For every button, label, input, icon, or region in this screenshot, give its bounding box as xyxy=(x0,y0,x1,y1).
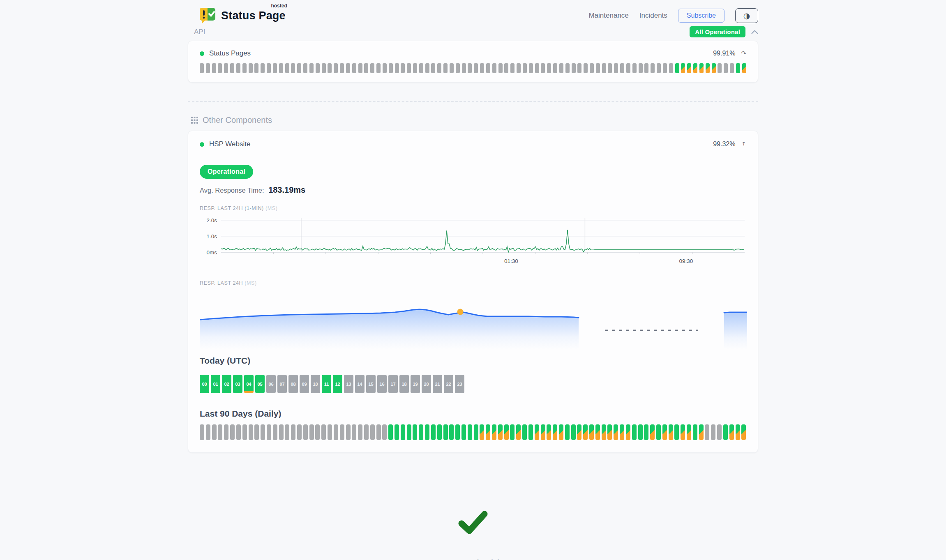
hour-block-11[interactable]: 11 xyxy=(322,375,331,393)
uptime-bar-gray[interactable] xyxy=(316,63,320,73)
uptime-bar-mixed[interactable] xyxy=(589,424,594,440)
uptime-bar-gray[interactable] xyxy=(303,63,307,73)
uptime-bar-mixed[interactable] xyxy=(504,424,509,440)
hour-block-20[interactable]: 20 xyxy=(422,375,431,393)
uptime-bar-gray[interactable] xyxy=(224,63,228,73)
uptime-bar-mixed[interactable] xyxy=(693,63,697,73)
uptime-bar-gray[interactable] xyxy=(212,424,217,440)
uptime-bar-gray[interactable] xyxy=(711,424,715,440)
uptime-bar-gray[interactable] xyxy=(389,63,393,73)
uptime-bar-mixed[interactable] xyxy=(712,63,716,73)
uptime-bar-gray[interactable] xyxy=(328,424,332,440)
uptime-bar-gray[interactable] xyxy=(322,63,326,73)
uptime-bar-green[interactable] xyxy=(401,424,405,440)
uptime-bar-gray[interactable] xyxy=(717,424,722,440)
uptime-bar-green[interactable] xyxy=(656,424,661,440)
uptime-bar-gray[interactable] xyxy=(620,63,624,73)
uptime-bar-green[interactable] xyxy=(425,424,429,440)
hour-block-19[interactable]: 19 xyxy=(411,375,420,393)
uptime-bar-gray[interactable] xyxy=(657,63,661,73)
uptime-bar-gray[interactable] xyxy=(254,63,258,73)
uptime-bar-gray[interactable] xyxy=(303,424,308,440)
uptime-bar-green[interactable] xyxy=(644,424,648,440)
hour-block-22[interactable]: 22 xyxy=(444,375,453,393)
hour-block-05[interactable]: 05 xyxy=(255,375,265,393)
uptime-bar-green[interactable] xyxy=(638,424,643,440)
uptime-bar-gray[interactable] xyxy=(249,424,253,440)
subscribe-button[interactable]: Subscribe xyxy=(678,9,724,23)
uptime-bar-gray[interactable] xyxy=(626,63,630,73)
uptime-bar-gray[interactable] xyxy=(242,424,247,440)
uptime-bar-gray[interactable] xyxy=(334,63,338,73)
uptime-bar-mixed[interactable] xyxy=(583,424,588,440)
uptime-bar-gray[interactable] xyxy=(364,63,368,73)
uptime-bar-green[interactable] xyxy=(675,63,679,73)
hour-block-09[interactable]: 09 xyxy=(300,375,309,393)
uptime-bar-mixed[interactable] xyxy=(535,424,539,440)
refresh-icon[interactable]: ↷ xyxy=(741,50,746,57)
uptime-bar-mixed[interactable] xyxy=(669,424,673,440)
uptime-bar-gray[interactable] xyxy=(584,63,588,73)
uptime-bar-green[interactable] xyxy=(449,424,454,440)
hour-block-18[interactable]: 18 xyxy=(399,375,409,393)
nav-incidents[interactable]: Incidents xyxy=(639,12,667,20)
uptime-bar-green[interactable] xyxy=(571,424,576,440)
uptime-bar-green[interactable] xyxy=(693,424,697,440)
uptime-bar-gray[interactable] xyxy=(358,424,362,440)
uptime-bar-gray[interactable] xyxy=(218,63,222,73)
uptime-bar-gray[interactable] xyxy=(352,424,356,440)
uptime-bar-gray[interactable] xyxy=(382,424,387,440)
uptime-bar-green[interactable] xyxy=(413,424,417,440)
uptime-bar-mixed[interactable] xyxy=(741,424,746,440)
uptime-bar-gray[interactable] xyxy=(724,63,728,73)
theme-toggle-button[interactable]: ◑ xyxy=(735,8,758,23)
uptime-bar-gray[interactable] xyxy=(309,63,314,73)
uptime-bar-gray[interactable] xyxy=(517,63,521,73)
uptime-bar-gray[interactable] xyxy=(669,63,673,73)
uptime-bar-mixed[interactable] xyxy=(577,424,581,440)
uptime-bar-gray[interactable] xyxy=(285,63,289,73)
uptime-bar-gray[interactable] xyxy=(651,63,655,73)
uptime-bar-green[interactable] xyxy=(461,424,466,440)
uptime-bar-gray[interactable] xyxy=(547,63,551,73)
uptime-bar-gray[interactable] xyxy=(437,63,441,73)
uptime-bar-green[interactable] xyxy=(522,424,527,440)
uptime-bar-gray[interactable] xyxy=(407,63,411,73)
uptime-bar-gray[interactable] xyxy=(425,63,429,73)
uptime-bar-gray[interactable] xyxy=(608,63,612,73)
uptime-bar-gray[interactable] xyxy=(376,63,381,73)
hour-block-01[interactable]: 01 xyxy=(211,375,220,393)
uptime-bar-gray[interactable] xyxy=(346,63,350,73)
uptime-bar-gray[interactable] xyxy=(596,63,600,73)
hour-block-08[interactable]: 08 xyxy=(288,375,298,393)
uptime-bar-green[interactable] xyxy=(723,424,728,440)
uptime-bar-gray[interactable] xyxy=(273,63,277,73)
uptime-bar-green[interactable] xyxy=(437,424,442,440)
uptime-bar-gray[interactable] xyxy=(242,63,247,73)
hour-block-13[interactable]: 13 xyxy=(344,375,353,393)
uptime-bar-gray[interactable] xyxy=(267,63,271,73)
uptime-bar-mixed[interactable] xyxy=(681,424,685,440)
uptime-bar-mixed[interactable] xyxy=(541,424,545,440)
uptime-bar-gray[interactable] xyxy=(200,63,204,73)
uptime-bar-mixed[interactable] xyxy=(547,424,551,440)
uptime-bar-gray[interactable] xyxy=(456,63,460,73)
uptime-bar-gray[interactable] xyxy=(249,63,253,73)
uptime-bar-gray[interactable] xyxy=(492,63,496,73)
uptime-bar-gray[interactable] xyxy=(291,63,295,73)
uptime-bar-gray[interactable] xyxy=(340,424,344,440)
uptime-bar-gray[interactable] xyxy=(663,63,667,73)
uptime-bar-mixed[interactable] xyxy=(498,424,503,440)
uptime-bar-mixed[interactable] xyxy=(699,424,704,440)
uptime-bar-gray[interactable] xyxy=(632,63,637,73)
uptime-bar-green[interactable] xyxy=(407,424,411,440)
uptime-bar-gray[interactable] xyxy=(474,63,478,73)
uptime-bar-gray[interactable] xyxy=(321,424,326,440)
uptime-bar-mixed[interactable] xyxy=(626,424,630,440)
hour-block-03[interactable]: 03 xyxy=(233,375,242,393)
uptime-bar-gray[interactable] xyxy=(315,424,320,440)
uptime-bar-gray[interactable] xyxy=(577,63,581,73)
uptime-bar-gray[interactable] xyxy=(212,63,216,73)
uptime-bar-gray[interactable] xyxy=(279,63,283,73)
hour-block-23[interactable]: 23 xyxy=(455,375,464,393)
